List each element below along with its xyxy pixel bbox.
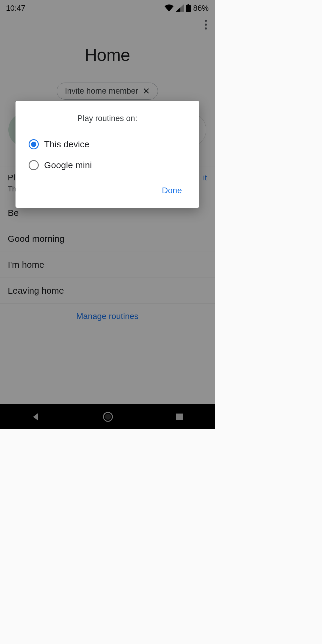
modal-scrim[interactable] bbox=[0, 0, 215, 429]
radio-icon bbox=[29, 139, 39, 149]
radio-label: Google mini bbox=[44, 160, 92, 170]
dialog-actions: Done bbox=[16, 176, 199, 201]
dialog-title: Play routines on: bbox=[16, 114, 199, 123]
radio-label: This device bbox=[44, 139, 89, 149]
play-routines-dialog: Play routines on: This device Google min… bbox=[16, 101, 199, 208]
radio-option-google-mini[interactable]: Google mini bbox=[16, 155, 199, 176]
radio-option-this-device[interactable]: This device bbox=[16, 134, 199, 155]
radio-icon bbox=[29, 160, 39, 170]
done-button[interactable]: Done bbox=[158, 183, 186, 198]
